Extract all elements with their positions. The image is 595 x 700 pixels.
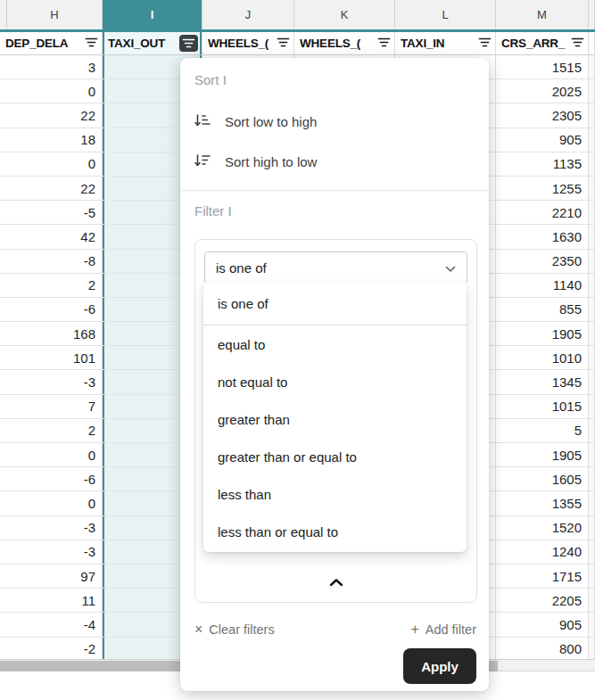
grid-cell[interactable]: 0 [0,443,103,467]
grid-cell-sliver [589,491,595,515]
grid-cell[interactable]: 1520 [496,516,589,540]
sort-descending-icon [194,152,211,171]
grid-cell[interactable]: 2350 [496,250,589,274]
sort-high-to-low-item[interactable]: Sort high to low [194,142,317,181]
filter-icon[interactable] [85,37,98,51]
filter-operator-select[interactable]: is one of [204,251,467,284]
grid-cell[interactable]: 97 [0,564,103,589]
operator-option[interactable]: greater than or equal to [203,438,467,475]
grid-cell[interactable]: -5 [0,201,103,225]
grid-cell[interactable]: -4 [0,613,103,637]
grid-cell[interactable]: 2 [0,419,103,443]
grid-cell[interactable]: 905 [496,128,589,152]
grid-cell[interactable]: 1015 [496,395,589,419]
grid-cell[interactable]: 3 [0,55,103,79]
operator-option[interactable]: less than or equal to [203,513,467,550]
clear-filters-button[interactable]: × Clear filters [194,622,275,638]
grid-cell[interactable]: 1355 [496,491,589,515]
chevron-down-icon [445,260,456,276]
grid-cell[interactable]: -3 [0,516,103,540]
grid-cell[interactable]: 1630 [496,225,589,249]
column-letter-cell-H[interactable]: H [7,0,103,29]
filter-icon[interactable] [277,37,290,51]
grid-cell[interactable]: -3 [0,370,103,394]
grid-cell[interactable]: 5 [496,419,589,443]
grid-cell-sliver [589,516,595,540]
operator-option[interactable]: equal to [203,325,467,363]
grid-cell[interactable]: 905 [496,613,589,637]
column-letter-cell-L[interactable]: L [395,0,496,29]
grid-cell[interactable]: 0 [0,152,103,177]
active-filter-menu-icon[interactable] [179,35,198,52]
grid-cell[interactable]: 22 [0,177,103,201]
grid-cell[interactable]: -2 [0,638,103,662]
column-header-J[interactable]: WHEELS_( [202,32,294,55]
grid-cell[interactable]: 855 [496,298,589,322]
grid-cell[interactable]: 2205 [496,589,589,613]
column-header-H[interactable]: DEP_DELA [0,32,103,55]
column-letter-cell-K[interactable]: K [294,0,395,29]
plus-icon: + [410,622,418,638]
grid-cell[interactable]: 7 [0,395,103,419]
clear-icon: × [194,622,202,638]
grid-cell[interactable]: 1255 [496,177,589,201]
add-filter-button[interactable]: + Add filter [410,622,476,638]
grid-cell[interactable]: 168 [0,322,103,346]
grid-cell[interactable]: 18 [0,128,103,152]
grid-cell[interactable]: 1240 [496,540,589,564]
sort-low-to-high-label: Sort low to high [225,114,317,129]
grid-cell[interactable]: 1345 [496,370,589,394]
column-header-label: WHEELS_( [208,37,269,50]
grid-cell-sliver [589,346,595,370]
spreadsheet-app: HIJKLM DEP_DELATAXI_OUTWHEELS_(WHEELS_(T… [0,0,595,700]
grid-cell[interactable]: 1140 [496,274,589,298]
column-header-K[interactable]: WHEELS_( [294,32,395,55]
filter-icon[interactable] [377,37,391,51]
grid-cell[interactable]: 1715 [496,564,589,589]
column-letter-cell-J[interactable]: J [202,0,294,29]
grid-cell[interactable]: 800 [496,638,589,662]
grid-cell[interactable]: 22 [0,103,103,128]
grid-cell-sliver [589,589,595,613]
grid-cell[interactable]: 1515 [496,55,589,79]
grid-cell[interactable]: 1605 [496,467,589,491]
column-letter-cell-I[interactable]: I [103,0,202,29]
column-header-I[interactable]: TAXI_OUT [103,32,202,55]
sort-low-to-high-item[interactable]: Sort low to high [194,102,317,141]
grid-cell[interactable]: 101 [0,346,103,370]
grid-cell-sliver [589,419,595,443]
grid-cell-sliver [589,152,595,177]
apply-button[interactable]: Apply [403,648,476,684]
operator-option[interactable]: less than [203,475,467,513]
operator-option[interactable]: is one of [203,283,467,325]
grid-cell[interactable]: 1010 [496,346,589,370]
collapse-filter-button[interactable] [315,568,358,597]
filter-operator-value: is one of [216,260,267,276]
add-filter-label: Add filter [426,622,476,637]
grid-cell[interactable]: -8 [0,250,103,274]
operator-option[interactable]: greater than [203,400,467,438]
grid-cell[interactable]: 2305 [496,103,589,128]
column-header-M[interactable]: CRS_ARR_ [496,32,589,55]
grid-cell[interactable]: -6 [0,298,103,322]
grid-cell-sliver [589,638,595,662]
grid-cell-sliver [589,225,595,249]
grid-cell[interactable]: 11 [0,589,103,613]
column-letter-cell-M[interactable]: M [496,0,589,29]
filter-icon[interactable] [571,37,584,51]
operator-option[interactable]: not equal to [203,363,467,400]
grid-cell[interactable]: 1135 [496,152,589,177]
grid-cell[interactable]: 0 [0,79,103,103]
grid-cell[interactable]: 1905 [496,443,589,467]
grid-cell[interactable]: 42 [0,225,103,249]
grid-cell[interactable]: 2025 [496,79,589,103]
grid-cell[interactable]: 2210 [496,201,589,225]
grid-cell[interactable]: -6 [0,467,103,491]
grid-cell-sliver [589,274,595,298]
column-header-L[interactable]: TAXI_IN [395,32,496,55]
grid-cell[interactable]: -3 [0,540,103,564]
filter-icon[interactable] [478,37,492,51]
grid-cell[interactable]: 2 [0,274,103,298]
grid-cell[interactable]: 1905 [496,322,589,346]
grid-cell[interactable]: 0 [0,491,103,515]
